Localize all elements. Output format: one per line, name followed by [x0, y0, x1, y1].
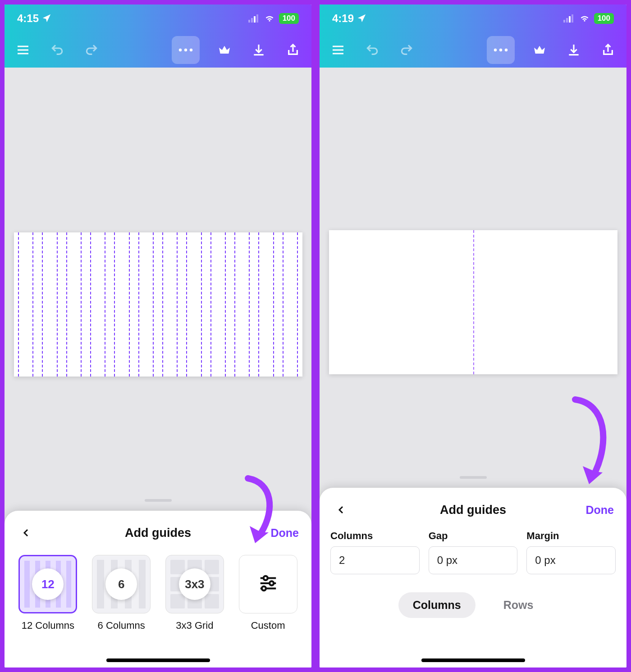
more-button[interactable]: [172, 36, 200, 64]
share-button[interactable]: [599, 41, 617, 59]
column-guide: [186, 232, 202, 377]
sliders-icon: [258, 573, 279, 595]
sheet-title: Add guides: [125, 526, 191, 540]
gap-input[interactable]: 0 px: [429, 546, 518, 574]
status-time: 4:15: [17, 12, 39, 25]
done-button[interactable]: Done: [586, 504, 614, 517]
option-badge: 12: [32, 568, 64, 600]
sheet-title: Add guides: [440, 503, 506, 517]
sheet-grabber[interactable]: [145, 499, 172, 502]
option-label: 12 Columns: [22, 620, 74, 631]
back-button[interactable]: [332, 501, 350, 519]
column-guide: [162, 232, 178, 377]
svg-point-25: [505, 49, 508, 51]
status-bar: 4:15 100: [5, 5, 311, 32]
svg-rect-3: [256, 14, 258, 23]
columns-label: Columns: [330, 530, 420, 542]
svg-point-23: [494, 49, 497, 51]
guide-option-6-columns[interactable]: 6 6 Columns: [89, 555, 154, 631]
svg-point-13: [270, 581, 274, 585]
add-guides-sheet: Add guides Done 12 12 Columns 6 6 Column…: [5, 511, 311, 667]
app-toolbar: [5, 32, 311, 68]
cell-signal-icon: [248, 14, 260, 23]
download-button[interactable]: [564, 41, 583, 59]
svg-rect-17: [566, 18, 568, 23]
svg-point-9: [190, 49, 192, 51]
svg-point-15: [261, 586, 265, 590]
option-badge: 3x3: [179, 568, 210, 600]
columns-input[interactable]: 2: [330, 546, 420, 574]
premium-button[interactable]: [215, 41, 234, 59]
column-guide: [114, 232, 130, 377]
option-label: 6 Columns: [98, 620, 145, 631]
center-guide-line: [473, 230, 474, 374]
column-guide: [234, 232, 250, 377]
svg-rect-1: [251, 18, 253, 23]
battery-indicator: 100: [594, 13, 614, 24]
guide-option-3x3-grid[interactable]: 3x3 3x3 Grid: [162, 555, 228, 631]
option-label: 3x3 Grid: [176, 620, 213, 631]
column-guide: [42, 232, 58, 377]
wifi-icon: [264, 14, 275, 23]
redo-button[interactable]: [397, 41, 416, 59]
orientation-segmented: Columns Rows: [330, 592, 616, 618]
gap-label: Gap: [429, 530, 518, 542]
undo-button[interactable]: [363, 41, 382, 59]
column-guide: [283, 232, 298, 377]
sheet-grabber[interactable]: [460, 476, 487, 479]
home-indicator[interactable]: [106, 658, 210, 662]
screenshot-right: 4:19 100: [318, 3, 628, 669]
design-page[interactable]: [14, 232, 302, 377]
menu-button[interactable]: [14, 41, 32, 59]
more-button[interactable]: [487, 36, 515, 64]
app-toolbar: [320, 32, 626, 68]
back-button[interactable]: [17, 524, 35, 542]
svg-point-7: [179, 49, 182, 51]
download-button[interactable]: [249, 41, 268, 59]
option-badge: 6: [105, 568, 137, 600]
redo-button[interactable]: [82, 41, 101, 59]
segment-columns[interactable]: Columns: [398, 592, 476, 618]
battery-indicator: 100: [279, 13, 299, 24]
svg-rect-0: [248, 20, 250, 23]
screenshot-left: 4:15 100: [3, 3, 313, 669]
svg-rect-19: [572, 14, 573, 23]
column-guide: [210, 232, 226, 377]
column-guide: [138, 232, 154, 377]
undo-button[interactable]: [48, 41, 67, 59]
column-guide: [90, 232, 106, 377]
guide-option-12-columns[interactable]: 12 12 Columns: [15, 555, 81, 631]
column-guide: [258, 232, 274, 377]
margin-input[interactable]: 0 px: [526, 546, 616, 574]
home-indicator[interactable]: [421, 658, 525, 662]
option-label: Custom: [251, 620, 285, 631]
status-bar: 4:19 100: [320, 5, 626, 32]
guide-option-custom[interactable]: Custom: [235, 555, 301, 631]
cell-signal-icon: [563, 14, 575, 23]
menu-button[interactable]: [329, 41, 348, 59]
svg-point-8: [184, 49, 187, 51]
svg-rect-2: [254, 16, 256, 23]
svg-rect-16: [563, 20, 565, 23]
location-icon: [41, 14, 51, 23]
column-guide: [66, 232, 82, 377]
share-button[interactable]: [283, 41, 302, 59]
margin-label: Margin: [526, 530, 616, 542]
svg-rect-18: [569, 16, 571, 23]
column-guide: [18, 232, 34, 377]
design-page[interactable]: [329, 230, 617, 374]
segment-rows[interactable]: Rows: [489, 592, 548, 618]
location-icon: [357, 14, 366, 23]
svg-point-24: [499, 49, 502, 51]
svg-point-11: [263, 576, 267, 580]
done-button[interactable]: Done: [271, 527, 299, 540]
status-time: 4:19: [332, 12, 354, 25]
custom-guides-sheet: Add guides Done Columns 2 Gap 0 px Margi…: [320, 488, 626, 667]
premium-button[interactable]: [530, 41, 549, 59]
wifi-icon: [579, 14, 590, 23]
